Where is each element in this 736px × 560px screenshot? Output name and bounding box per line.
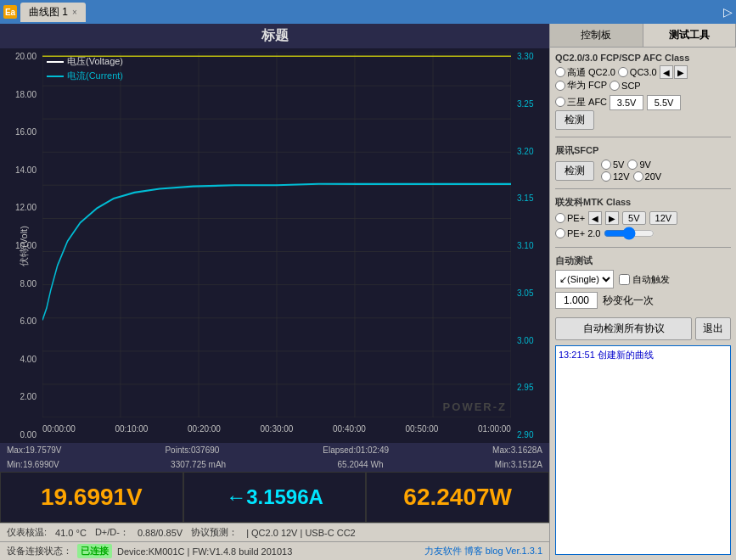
device-info: Device:KM001C | FW:V1.4.8 build 201013 bbox=[117, 546, 292, 557]
stat-max-a: Max:3.1628A bbox=[492, 445, 542, 455]
stat-points: Points:037690 bbox=[165, 445, 219, 455]
protocol-label: 协议预测： bbox=[191, 526, 238, 539]
display-power: 62.2407W bbox=[366, 472, 549, 523]
mtk-pe-row1: PE+ ◀ ▶ 5V 12V bbox=[555, 211, 731, 225]
stat-min-a: Min:3.1512A bbox=[495, 460, 542, 469]
auto-trigger-checkbox[interactable]: 自动触发 bbox=[619, 273, 670, 286]
content-area: 标题 电压(Voltage) 电流(Current) 20.00 bbox=[0, 24, 736, 560]
big-display: 19.6991V ←3.1596A 62.2407W bbox=[0, 472, 549, 523]
radio-sfcp-20v[interactable]: 20V bbox=[633, 171, 662, 182]
device-status-label: 设备连接状态： bbox=[7, 545, 72, 557]
qc-title: QC2.0/3.0 FCP/SCP AFC Class bbox=[555, 53, 731, 63]
tab-control[interactable]: 控制板 bbox=[550, 24, 643, 47]
display-current: ←3.1596A bbox=[183, 472, 367, 523]
radio-pe-plus-20[interactable]: PE+ 2.0 bbox=[555, 228, 600, 238]
tab-test-tool[interactable]: 测试工具 bbox=[643, 24, 737, 47]
mode-select[interactable]: ↙(Single) bbox=[555, 270, 614, 288]
right-panel-tabs: 控制板 测试工具 bbox=[550, 24, 736, 48]
chart-panel: 标题 电压(Voltage) 电流(Current) 20.00 bbox=[0, 24, 549, 560]
status-bar: 设备连接状态： 已连接 Device:KM001C | FW:V1.4.8 bu… bbox=[0, 541, 549, 560]
qc-nav-prev[interactable]: ◀ bbox=[660, 65, 673, 79]
mtk-nav-next[interactable]: ▶ bbox=[605, 211, 619, 225]
connected-badge: 已连接 bbox=[77, 544, 112, 558]
chart-title: 标题 bbox=[0, 24, 549, 48]
radio-sfcp-9v[interactable]: 9V bbox=[627, 160, 650, 170]
stat-elapsed: Elapsed:01:02:49 bbox=[323, 445, 389, 455]
qc-radio-group2: 华为 FCP SCP bbox=[555, 79, 731, 92]
sfcp-volt-options: 5V 9V 12V 20V bbox=[601, 160, 661, 182]
x-axis: 00:00:00 00:10:00 00:20:00 00:30:00 00:4… bbox=[42, 422, 511, 443]
chart-plot bbox=[42, 53, 511, 417]
display-voltage: 19.6991V bbox=[0, 472, 183, 523]
radio-sfcp-5v[interactable]: 5V bbox=[601, 160, 624, 170]
right-panel-content: QC2.0/3.0 FCP/SCP AFC Class 高通 QC2.0 QC3… bbox=[550, 48, 736, 560]
temp-value: 41.0 °C bbox=[55, 528, 87, 538]
auto-test-title: 自动测试 bbox=[555, 255, 731, 267]
stat-mah: 3307.725 mAh bbox=[171, 460, 226, 469]
sfcp-section: 展讯SFCP 检测 5V 9V 12V 20V bbox=[555, 144, 731, 182]
mtk-12v-btn[interactable]: 12V bbox=[649, 211, 678, 225]
title-bar: Ea 曲线图 1 × ▷ bbox=[0, 0, 736, 24]
mtk-title: 联发科MTK Class bbox=[555, 196, 731, 209]
bottom-buttons: 自动检测所有协议 退出 bbox=[555, 317, 731, 340]
sfcp-row: 检测 5V 9V 12V 20V bbox=[555, 160, 731, 182]
stats-bar-2: Min:19.6990V 3307.725 mAh 65.2044 Wh Min… bbox=[0, 457, 549, 472]
app-icon: Ea bbox=[3, 5, 17, 19]
y-axis-title-left: 伏特(Volt) bbox=[18, 226, 31, 266]
right-panel: 控制板 测试工具 QC2.0/3.0 FCP/SCP AFC Class 高通 … bbox=[549, 24, 736, 560]
radio-sfcp-12v[interactable]: 12V bbox=[601, 171, 630, 182]
dp-dm-value: 0.88/0.85V bbox=[138, 528, 183, 538]
tab-close-btn[interactable]: × bbox=[72, 8, 77, 17]
qc-detect-btn[interactable]: 检测 bbox=[555, 110, 594, 130]
bottom-info: 仪表核温: 41.0 °C D+/D-： 0.88/0.85V 协议预测： | … bbox=[0, 523, 549, 541]
stat-wh: 65.2044 Wh bbox=[338, 460, 384, 469]
mtk-5v-btn[interactable]: 5V bbox=[622, 211, 645, 225]
sfcp-title: 展讯SFCP bbox=[555, 144, 731, 157]
watermark: POWER-Z bbox=[443, 400, 507, 413]
log-area: 13:21:51 创建新的曲线 bbox=[555, 345, 731, 555]
voltage-inputs bbox=[610, 95, 681, 110]
auto-test-section: 自动测试 ↙(Single) 自动触发 秒变化一次 bbox=[555, 255, 731, 309]
stats-bar: Max:19.7579V Points:037690 Elapsed:01:02… bbox=[0, 443, 549, 457]
sfcp-detect-btn[interactable]: 检测 bbox=[555, 161, 594, 181]
nav-right-btn[interactable]: ▷ bbox=[723, 5, 733, 19]
exit-btn[interactable]: 退出 bbox=[695, 317, 731, 340]
voltage-from-input[interactable] bbox=[610, 95, 643, 110]
radio-qc20[interactable]: 高通 QC2.0 bbox=[555, 66, 615, 79]
qc-section: QC2.0/3.0 FCP/SCP AFC Class 高通 QC2.0 QC3… bbox=[555, 53, 731, 130]
radio-scp[interactable]: SCP bbox=[610, 81, 641, 91]
radio-qc30[interactable]: QC3.0 bbox=[618, 67, 657, 77]
auto-test-row2: 秒变化一次 bbox=[555, 292, 731, 309]
radio-pe-plus[interactable]: PE+ bbox=[555, 213, 585, 223]
version-link[interactable]: 力友软件 博客 blog Ver.1.3.1 bbox=[424, 545, 542, 557]
y-axis-right: 3.30 3.25 3.20 3.15 3.10 3.05 3.00 2.95 … bbox=[515, 48, 549, 443]
mtk-section: 联发科MTK Class PE+ ◀ ▶ 5V 12V bbox=[555, 196, 731, 240]
stat-max-v: Max:19.7579V bbox=[7, 445, 62, 455]
stat-min-v: Min:19.6990V bbox=[7, 460, 59, 469]
mtk-slider[interactable] bbox=[604, 227, 655, 240]
dp-dm-label: D+/D-： bbox=[95, 526, 129, 539]
auto-test-row1: ↙(Single) 自动触发 bbox=[555, 270, 731, 288]
temp-label: 仪表核温: bbox=[7, 526, 47, 539]
protocol-value: | QC2.0 12V | USB-C CC2 bbox=[246, 528, 356, 538]
chart-area: 电压(Voltage) 电流(Current) 20.00 18.00 16.0… bbox=[0, 48, 549, 443]
qc-nav-next[interactable]: ▶ bbox=[674, 65, 688, 79]
time-input[interactable] bbox=[555, 292, 598, 309]
tab-curve[interactable]: 曲线图 1 × bbox=[20, 3, 86, 22]
voltage-to-input[interactable] bbox=[647, 95, 681, 110]
chart-svg bbox=[42, 53, 511, 417]
detect-all-btn[interactable]: 自动检测所有协议 bbox=[555, 317, 692, 340]
mtk-nav-prev[interactable]: ◀ bbox=[588, 211, 602, 225]
radio-fcp[interactable]: 华为 FCP bbox=[555, 79, 607, 92]
radio-afc[interactable]: 三星 AFC bbox=[555, 96, 607, 109]
qc-radio-group: 高通 QC2.0 QC3.0 ◀ ▶ bbox=[555, 65, 731, 79]
qc-radio-group3: 三星 AFC bbox=[555, 93, 731, 110]
mtk-pe-row2: PE+ 2.0 bbox=[555, 227, 731, 240]
